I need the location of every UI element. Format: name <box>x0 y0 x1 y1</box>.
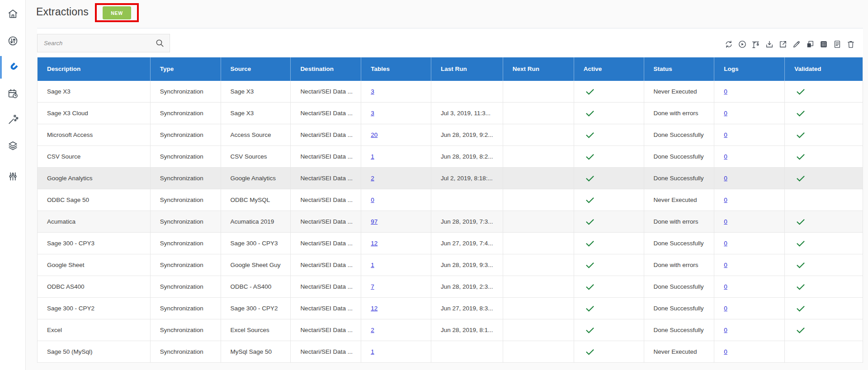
tables-link[interactable]: 12 <box>371 305 377 312</box>
table-row[interactable]: Google AnalyticsSynchronizationGoogle An… <box>38 168 863 189</box>
logs-link[interactable]: 0 <box>724 305 727 312</box>
sidebar-item-extractions[interactable] <box>0 56 26 78</box>
cell-status: Done Successfully <box>644 124 715 146</box>
log-icon[interactable] <box>833 40 842 49</box>
delete-icon[interactable] <box>846 40 855 49</box>
cell-tables: 12 <box>361 298 431 319</box>
logs-link[interactable]: 0 <box>724 283 727 290</box>
sidebar-item-home[interactable] <box>0 3 26 24</box>
column-header-tables[interactable]: Tables <box>361 57 431 81</box>
tables-link[interactable]: 2 <box>371 175 374 182</box>
export-icon[interactable] <box>778 40 788 49</box>
table-row[interactable]: Sage X3SynchronizationSage X3Nectari/SEI… <box>38 81 863 103</box>
active-check-icon <box>585 347 595 357</box>
cell-active <box>574 276 644 298</box>
search-input[interactable] <box>38 34 155 52</box>
tables-link[interactable]: 2 <box>371 327 374 333</box>
edit-icon[interactable] <box>792 40 801 49</box>
column-header-type[interactable]: Type <box>151 57 221 81</box>
cell-description: Google Analytics <box>38 168 151 189</box>
cell-tables: 1 <box>361 146 431 168</box>
cell-tables: 3 <box>361 103 431 124</box>
duplicate-icon[interactable] <box>806 40 815 49</box>
column-header-source[interactable]: Source <box>221 57 291 81</box>
cell-description: Excel <box>38 319 151 341</box>
cell-next_run <box>503 319 574 341</box>
active-check-icon <box>585 282 595 292</box>
tables-link[interactable]: 20 <box>371 131 377 138</box>
tables-link[interactable]: 1 <box>371 348 374 355</box>
logs-link[interactable]: 0 <box>724 175 727 182</box>
table-row[interactable]: AcumaticaSynchronizationAcumatica 2019Ne… <box>38 211 863 233</box>
logs-link[interactable]: 0 <box>724 327 727 333</box>
table-row[interactable]: ODBC Sage 50SynchronizationODBC MySQLNec… <box>38 189 863 211</box>
cell-destination: Nectari/SEI Data ... <box>291 103 361 124</box>
column-header-description[interactable]: Description <box>38 57 151 81</box>
table-row[interactable]: ExcelSynchronizationExcel SourcesNectari… <box>38 319 863 341</box>
tables-link[interactable]: 1 <box>371 262 374 268</box>
table-row[interactable]: Microsoft AccessSynchronizationAccess So… <box>38 124 863 146</box>
cell-type: Synchronization <box>151 276 221 298</box>
build-icon[interactable] <box>751 40 760 49</box>
cell-next_run <box>503 189 574 211</box>
cell-last_run: Jun 28, 2019, 7:3... <box>431 211 503 233</box>
cell-active <box>574 81 644 103</box>
logs-link[interactable]: 0 <box>724 131 727 138</box>
column-header-next_run[interactable]: Next Run <box>503 57 574 81</box>
grid-icon[interactable] <box>819 40 828 49</box>
column-header-status[interactable]: Status <box>644 57 715 81</box>
tables-link[interactable]: 3 <box>371 88 374 95</box>
tables-link[interactable]: 7 <box>371 283 374 290</box>
cell-status: Done with errors <box>644 211 715 233</box>
cell-type: Synchronization <box>151 81 221 103</box>
cell-validated <box>785 168 863 189</box>
table-row[interactable]: Sage 300 - CPY2SynchronizationSage 300 -… <box>38 298 863 319</box>
table-scrollbar[interactable] <box>863 57 868 363</box>
search-icon[interactable] <box>155 38 165 48</box>
cell-destination: Nectari/SEI Data ... <box>291 298 361 319</box>
cell-status: Done Successfully <box>644 168 715 189</box>
table-row[interactable]: Sage X3 CloudSynchronizationSage X3Necta… <box>38 103 863 124</box>
cell-tables: 2 <box>361 319 431 341</box>
column-header-last_run[interactable]: Last Run <box>431 57 503 81</box>
tables-link[interactable]: 0 <box>371 197 374 203</box>
sidebar-item-schedule[interactable] <box>0 83 26 104</box>
logs-link[interactable]: 0 <box>724 262 727 268</box>
logs-link[interactable]: 0 <box>724 197 727 203</box>
cell-validated <box>785 124 863 146</box>
cell-tables: 12 <box>361 233 431 254</box>
cell-destination: Nectari/SEI Data ... <box>291 254 361 276</box>
logs-link[interactable]: 0 <box>724 218 727 225</box>
column-header-active[interactable]: Active <box>574 57 644 81</box>
column-header-destination[interactable]: Destination <box>291 57 361 81</box>
table-row[interactable]: Sage 300 - CPY3SynchronizationSage 300 -… <box>38 233 863 254</box>
tables-link[interactable]: 1 <box>371 153 374 160</box>
column-header-validated[interactable]: Validated <box>785 57 863 81</box>
logs-link[interactable]: 0 <box>724 240 727 247</box>
column-header-logs[interactable]: Logs <box>714 57 785 81</box>
table-row[interactable]: Sage 50 (MySql)SynchronizationMySql Sage… <box>38 341 863 363</box>
import-icon[interactable] <box>765 40 774 49</box>
tables-link[interactable]: 97 <box>371 218 377 225</box>
sidebar-item-layers[interactable] <box>0 135 26 156</box>
table-row[interactable]: Google SheetSynchronizationGoogle Sheet … <box>38 254 863 276</box>
logs-link[interactable]: 0 <box>724 348 727 355</box>
tables-link[interactable]: 12 <box>371 240 377 247</box>
cell-last_run: Jun 28, 2019, 8:2... <box>431 146 503 168</box>
logs-link[interactable]: 0 <box>724 110 727 117</box>
logs-link[interactable]: 0 <box>724 153 727 160</box>
sidebar-item-transformations[interactable] <box>0 108 26 130</box>
cell-source: CSV Sources <box>221 146 291 168</box>
table-row[interactable]: CSV SourceSynchronizationCSV SourcesNect… <box>38 146 863 168</box>
table-row[interactable]: ODBC AS400SynchronizationODBC - AS400Nec… <box>38 276 863 298</box>
new-button[interactable]: NEW <box>103 6 131 19</box>
run-icon[interactable] <box>738 40 747 49</box>
refresh-icon[interactable] <box>724 40 733 49</box>
sidebar-item-settings[interactable] <box>0 165 26 187</box>
sidebar-item-data-transfer[interactable] <box>0 30 26 52</box>
cell-logs: 0 <box>714 254 785 276</box>
logs-link[interactable]: 0 <box>724 88 727 95</box>
cell-validated <box>785 211 863 233</box>
cell-active <box>574 233 644 254</box>
tables-link[interactable]: 3 <box>371 110 374 117</box>
